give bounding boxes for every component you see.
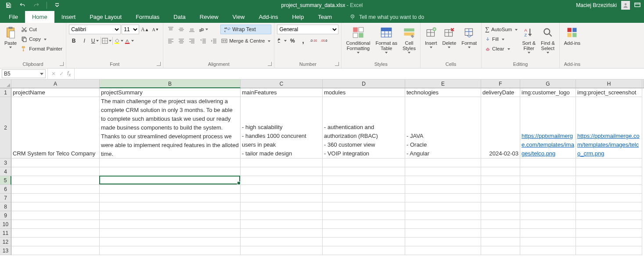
cell-C3[interactable] — [241, 159, 323, 167]
format-as-table-button[interactable]: Format as Table — [374, 25, 399, 54]
cell-styles-button[interactable]: Cell Styles — [401, 25, 417, 54]
cell-B5[interactable] — [100, 176, 241, 185]
bold-button[interactable]: B — [69, 36, 79, 46]
cell-B11[interactable] — [100, 229, 241, 238]
col-header-A[interactable]: A — [11, 79, 100, 88]
tab-team[interactable]: Team — [311, 11, 339, 23]
autosum-button[interactable]: ∑AutoSum — [484, 25, 518, 34]
wrap-text-button[interactable]: abc Wrap Text — [220, 25, 271, 34]
cell-F8[interactable] — [481, 202, 520, 211]
orientation-icon[interactable]: ab — [198, 25, 208, 34]
cell-A4[interactable] — [11, 167, 100, 176]
cell-B1[interactable]: projectSummary — [100, 88, 241, 97]
col-header-C[interactable]: C — [241, 79, 323, 88]
cell-E3[interactable] — [405, 159, 481, 167]
cell-D8[interactable] — [323, 202, 405, 211]
tab-data[interactable]: Data — [166, 11, 192, 23]
accounting-format-icon[interactable]: ₾ — [277, 36, 287, 46]
cell-F12[interactable] — [481, 238, 520, 246]
cell-F5[interactable] — [481, 176, 520, 185]
cell-H2[interactable]: https://pptxmailmerge.com/templates/imag… — [576, 97, 642, 159]
cell-D10[interactable] — [323, 220, 405, 229]
cell-D5[interactable] — [323, 176, 405, 185]
clear-button[interactable]: Clear — [484, 44, 518, 54]
comma-format-icon[interactable]: , — [298, 36, 308, 46]
cell-E5[interactable] — [405, 176, 481, 185]
cell-A10[interactable] — [11, 220, 100, 229]
cell-D4[interactable] — [323, 167, 405, 176]
cell-F3[interactable] — [481, 159, 520, 167]
cell-C10[interactable] — [241, 220, 323, 229]
cell-A2[interactable]: CRM System for Telco Company — [11, 97, 100, 159]
formula-input[interactable] — [75, 68, 644, 79]
cell-H1[interactable]: img:project_screenshot — [576, 88, 642, 97]
delete-cells-button[interactable]: Delete — [440, 25, 458, 49]
sort-filter-button[interactable]: AZSort & Filter — [520, 25, 537, 54]
ribbon-display-options-icon[interactable] — [634, 2, 640, 9]
cell-G9[interactable] — [520, 211, 576, 220]
col-header-G[interactable]: G — [520, 79, 576, 88]
increase-indent-icon[interactable] — [209, 36, 219, 46]
align-right-icon[interactable] — [187, 36, 197, 46]
row-header-11[interactable]: 11 — [0, 229, 11, 238]
cell-G11[interactable] — [520, 229, 576, 238]
row-header-9[interactable]: 9 — [0, 211, 11, 220]
increase-font-icon[interactable]: A▲ — [140, 25, 150, 34]
qat-customize-icon[interactable] — [52, 0, 62, 10]
cell-E1[interactable]: technologies — [405, 88, 481, 97]
cell-G4[interactable] — [520, 167, 576, 176]
spreadsheet-grid[interactable]: 12345678910111213 ABCDEFGH projectNamepr… — [0, 79, 644, 263]
cell-E9[interactable] — [405, 211, 481, 220]
fill-button[interactable]: Fill — [484, 34, 518, 44]
cell-G12[interactable] — [520, 238, 576, 246]
tell-me-search[interactable]: Tell me what you want to do — [349, 14, 424, 23]
cell-G6[interactable] — [520, 185, 576, 194]
cell-H4[interactable] — [576, 167, 642, 176]
undo-icon[interactable] — [18, 0, 27, 10]
cell-C5[interactable] — [241, 176, 323, 185]
align-bottom-icon[interactable] — [187, 25, 197, 34]
conditional-formatting-button[interactable]: Conditional Formatting — [344, 25, 372, 54]
cell-F11[interactable] — [481, 229, 520, 238]
cell-G7[interactable] — [520, 194, 576, 202]
cancel-formula-icon[interactable]: ✕ — [51, 71, 56, 77]
cell-D3[interactable] — [323, 159, 405, 167]
fill-color-button[interactable] — [114, 36, 123, 46]
cell-F2[interactable]: 2024-02-03 — [481, 97, 520, 159]
cell-A13[interactable] — [11, 246, 100, 255]
cell-C4[interactable] — [241, 167, 323, 176]
cell-E13[interactable] — [405, 246, 481, 255]
cell-C13[interactable] — [241, 246, 323, 255]
row-header-6[interactable]: 6 — [0, 185, 11, 194]
save-icon[interactable] — [4, 0, 13, 10]
col-header-H[interactable]: H — [576, 79, 642, 88]
cell-G10[interactable] — [520, 220, 576, 229]
cell-F13[interactable] — [481, 246, 520, 255]
align-middle-icon[interactable] — [176, 25, 186, 34]
cell-F9[interactable] — [481, 211, 520, 220]
cell-D12[interactable] — [323, 238, 405, 246]
tab-review[interactable]: Review — [193, 11, 226, 23]
row-header-10[interactable]: 10 — [0, 220, 11, 229]
cell-H5[interactable] — [576, 176, 642, 185]
cell-H3[interactable] — [576, 159, 642, 167]
cell-C8[interactable] — [241, 202, 323, 211]
cell-F10[interactable] — [481, 220, 520, 229]
cell-C7[interactable] — [241, 194, 323, 202]
cell-C1[interactable]: mainFeatures — [241, 88, 323, 97]
cell-C6[interactable] — [241, 185, 323, 194]
cell-A12[interactable] — [11, 238, 100, 246]
cell-C12[interactable] — [241, 238, 323, 246]
cell-D1[interactable]: modules — [323, 88, 405, 97]
cell-H9[interactable] — [576, 211, 642, 220]
cell-B6[interactable] — [100, 185, 241, 194]
underline-button[interactable]: U — [90, 36, 100, 46]
cell-B10[interactable] — [100, 220, 241, 229]
cell-E10[interactable] — [405, 220, 481, 229]
cut-button[interactable]: Cut — [20, 25, 63, 34]
row-header-7[interactable]: 7 — [0, 194, 11, 202]
tab-home[interactable]: Home — [25, 11, 54, 23]
cell-F1[interactable]: deliveryDate — [481, 88, 520, 97]
cell-H11[interactable] — [576, 229, 642, 238]
fx-icon[interactable]: fx — [67, 70, 71, 77]
